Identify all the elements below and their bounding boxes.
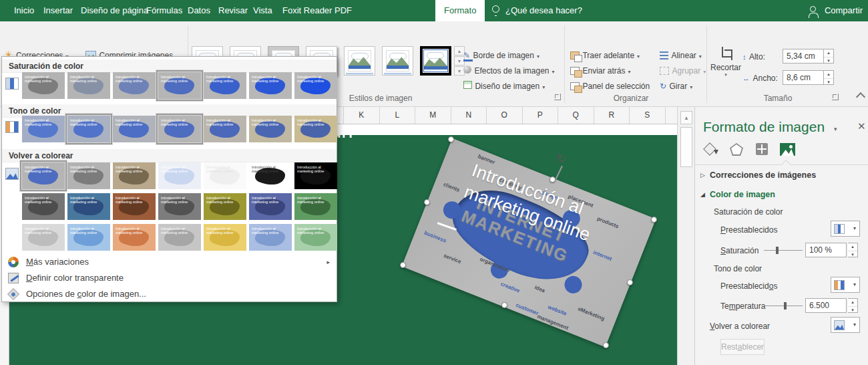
effects-tab[interactable] [728,142,746,158]
color-swatch[interactable]: Introducción almarketing online [294,116,337,142]
section-picture-color[interactable]: Color de imagen [710,190,775,199]
color-swatch[interactable]: Introducción almarketing online [249,116,292,142]
send-backward-button[interactable]: Enviar atrás [570,64,631,77]
color-swatch[interactable]: Introducción almarketing online [158,116,201,142]
temperature-value-input[interactable] [805,298,847,313]
color-swatch[interactable]: Introducción almarketing online [204,193,246,220]
color-swatch[interactable]: Introducción almarketing online [158,224,201,251]
color-swatch[interactable]: Introducción almarketing online [22,116,65,142]
picture-style-thumbnail[interactable] [420,46,451,76]
column-header-L[interactable]: L [380,107,416,124]
color-swatch[interactable]: Introducción almarketing online [22,162,65,189]
column-header-P[interactable]: P [523,107,559,124]
height-spinner[interactable]: ▲▼ [824,49,834,64]
scroll-thumb[interactable] [680,127,692,167]
color-swatch[interactable]: Introducción almarketing online [294,193,337,220]
color-swatch[interactable]: Introducción almarketing online [67,72,110,99]
bring-forward-button[interactable]: Traer adelante [570,48,640,62]
height-input[interactable] [783,49,824,64]
saturation-presets-dropdown[interactable] [831,221,860,237]
color-swatch[interactable]: Introducción almarketing online [158,162,201,189]
picture-effects-button[interactable]: Efectos de la imagen [463,64,555,77]
color-swatch[interactable]: Introducción almarketing online [22,224,65,251]
column-header-O[interactable]: O [487,107,523,124]
section-picture-corrections[interactable]: Correcciones de imágenes [710,170,816,180]
selection-handle[interactable] [627,279,633,285]
color-swatch[interactable]: Introducción almarketing online [113,162,156,189]
pane-chevron-down-icon[interactable]: ▾ [834,126,837,132]
color-swatch[interactable]: Introducción almarketing online [113,193,156,220]
color-swatch[interactable]: Introducción almarketing online [67,224,110,251]
temperature-slider[interactable] [764,306,803,306]
width-input[interactable] [783,70,824,85]
scroll-up-button[interactable]: ▲ [680,111,692,124]
temperature-spinner[interactable]: ▲▼ [848,298,858,313]
color-swatch[interactable]: Introducción almarketing online [113,72,156,99]
picture-layout-button[interactable]: Diseño de imagen [463,79,545,92]
pane-close-icon[interactable]: ✕ [857,120,866,132]
vertical-scrollbar[interactable]: ▲ [677,107,694,365]
selection-handle[interactable] [424,199,430,205]
rotation-handle-icon[interactable]: ↻ [556,151,566,166]
picture-border-button[interactable]: ✎ Borde de imagen [463,48,539,62]
color-swatch[interactable]: Introducción almarketing online [158,193,201,220]
color-swatch[interactable]: Introducción almarketing online [249,162,292,189]
color-swatch[interactable]: Introducción almarketing online [249,224,292,251]
fill-line-tab[interactable] [703,142,720,158]
size-properties-tab[interactable] [754,142,771,158]
color-swatch[interactable]: Introducción almarketing online [22,72,65,99]
saturation-slider[interactable] [764,250,803,251]
menu-item-paint-bucket[interactable]: Opciones de color de imagen... [2,287,337,301]
saturation-spinner[interactable]: ▲▼ [848,243,858,257]
reset-button[interactable]: Restablecer [720,339,765,355]
color-swatch[interactable]: Introducción almarketing online [204,72,246,99]
tell-me-box[interactable]: ¿Qué desea hacer? [505,0,582,21]
align-button[interactable]: Alinear [660,48,702,62]
rotate-button[interactable]: ↻ Girar [660,79,692,92]
collapsed-arrow-icon[interactable]: ▷ [700,172,705,178]
color-swatch[interactable]: Introducción almarketing online [204,162,246,189]
color-swatch[interactable]: Introducción almarketing online [67,193,110,220]
share-button[interactable]: Compartir [810,0,863,21]
selection-handle[interactable] [550,176,556,182]
picture-style-thumbnail[interactable] [344,46,375,76]
color-swatch[interactable]: Introducción almarketing online [294,162,337,189]
temperature-slider-thumb[interactable] [784,302,787,310]
color-swatch[interactable]: Introducción almarketing online [158,72,201,99]
selection-handle[interactable] [501,302,507,308]
color-swatch[interactable]: Introducción almarketing online [249,193,292,220]
saturation-slider-thumb[interactable] [776,247,779,254]
color-swatch[interactable]: Introducción almarketing online [113,116,156,142]
tab-formato[interactable]: Formato [435,0,485,21]
saturation-value-input[interactable] [805,243,847,257]
expanded-arrow-icon[interactable]: ◢ [700,191,705,198]
column-header-Q[interactable]: Q [558,107,594,124]
menu-item-color-wheel[interactable]: Más variaciones▸ [2,255,337,269]
selection-handle[interactable] [448,136,454,142]
column-header-M[interactable]: M [415,107,451,124]
color-swatch[interactable]: Introducción almarketing online [22,193,65,220]
color-swatch[interactable]: Introducción almarketing online [67,162,110,189]
menu-item-transparent-pen[interactable]: Definir color transparente [2,271,337,285]
crop-button[interactable]: Recortar ▾ [710,47,741,78]
recolor-dropdown[interactable] [831,317,860,333]
column-header-R[interactable]: R [594,107,630,124]
selection-pane-button[interactable]: Panel de selección [570,79,650,92]
color-swatch[interactable]: Introducción almarketing online [113,224,156,251]
selection-handle[interactable] [651,217,657,223]
group-button[interactable]: Agrupar [660,64,706,77]
collapse-ribbon-button[interactable] [856,92,865,102]
selection-handle[interactable] [603,342,609,348]
column-header-S[interactable]: S [630,107,666,124]
width-spinner[interactable]: ▲▼ [824,70,834,85]
color-swatch[interactable]: Introducción almarketing online [204,116,246,142]
picture-tab[interactable] [779,142,797,158]
color-swatch[interactable]: Introducción almarketing online [249,72,292,99]
color-swatch[interactable]: Introducción almarketing online [294,72,337,99]
color-swatch[interactable]: Introducción almarketing online [204,224,246,251]
column-header-N[interactable]: N [451,107,487,124]
tab-foxit-reader-pdf[interactable]: Foxit Reader PDF [274,0,361,21]
selection-handle[interactable] [400,262,406,268]
color-swatch[interactable]: Introducción almarketing online [294,224,337,251]
color-swatch[interactable]: Introducción almarketing online [67,116,110,142]
